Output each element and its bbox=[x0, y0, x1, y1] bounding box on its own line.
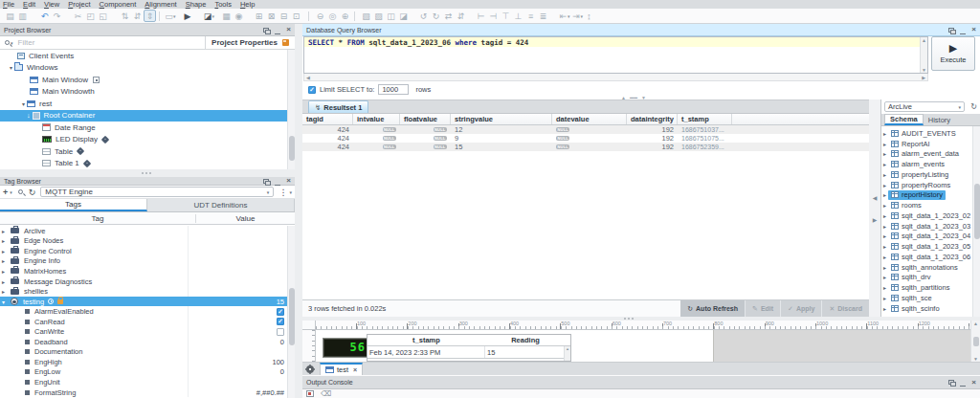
led-display-component[interactable]: 56 bbox=[323, 338, 370, 358]
db-table-row-reporthistory[interactable]: ▸reportHistory bbox=[881, 190, 972, 201]
menu-help[interactable]: Help bbox=[240, 0, 255, 9]
minimize-icon[interactable] bbox=[275, 29, 280, 34]
limit-select-checkbox[interactable]: ✓ bbox=[308, 86, 316, 94]
limit-rows-input[interactable]: 1000 bbox=[378, 84, 409, 95]
project-tree-row-main-window[interactable]: Main Window bbox=[0, 74, 287, 86]
project-tree-row-table[interactable]: Table bbox=[0, 145, 287, 158]
save-icon[interactable]: ▤ bbox=[4, 10, 16, 22]
project-tree-row-date-range[interactable]: Date Range bbox=[0, 122, 287, 134]
menu-shape[interactable]: Shape bbox=[186, 0, 207, 9]
project-filter-input[interactable]: Filter bbox=[18, 38, 35, 47]
tag-tree-row-deadband[interactable]: Deadband0 bbox=[0, 337, 287, 347]
column-header-tagid[interactable]: tagid bbox=[302, 114, 353, 124]
db-table-row-propertylisting[interactable]: ▸propertyListing bbox=[881, 169, 972, 180]
discard-button[interactable]: ✕Discard bbox=[821, 300, 869, 318]
result-row[interactable]: 424NULLNULL12NULL1921686751037... bbox=[302, 125, 869, 134]
menu-view[interactable]: View bbox=[44, 0, 59, 9]
menu-file[interactable]: File bbox=[3, 0, 14, 9]
value-checkbox[interactable]: ✓ bbox=[277, 318, 284, 325]
tab-test-window[interactable]: test × bbox=[320, 363, 363, 376]
menu-project[interactable]: Project bbox=[68, 0, 90, 9]
align-top-icon[interactable]: ⊤ bbox=[500, 10, 512, 22]
tag-tree-row-shellies[interactable]: ▸shellies bbox=[0, 286, 287, 297]
resize-icon[interactable]: ⇕ bbox=[144, 10, 156, 22]
value-column[interactable]: Value bbox=[196, 214, 295, 223]
db-table-row-propertyrooms[interactable]: ▸propertyRooms bbox=[881, 180, 972, 190]
db-tree-scrollbar[interactable] bbox=[972, 126, 980, 317]
db-table-row-sqlt-data-1-2023-06[interactable]: ▸sqlt_data_1_2023_06 bbox=[881, 252, 972, 262]
bring-forward-icon[interactable]: ◫ bbox=[385, 10, 397, 22]
expand-arrow-icon[interactable]: ▸ bbox=[881, 150, 888, 157]
db-table-row-sqlth-annotations[interactable]: ▸sqlth_annotations bbox=[881, 262, 972, 273]
close-icon[interactable]: × bbox=[971, 379, 976, 387]
expand-arrow-icon[interactable]: ▸ bbox=[881, 232, 888, 239]
left-center-splitter[interactable] bbox=[295, 24, 302, 398]
difference-icon[interactable]: ⊡ bbox=[290, 10, 302, 22]
refresh-icon[interactable]: ↻ bbox=[970, 102, 977, 111]
project-tree-row-client-events[interactable]: Client Events bbox=[0, 50, 287, 62]
gear-icon[interactable] bbox=[306, 365, 314, 373]
menu-alignment[interactable]: Alignment bbox=[145, 0, 176, 9]
result-row[interactable]: 424NULLNULL9NULL1921686751075... bbox=[302, 134, 869, 143]
tag-tree-row-enghigh[interactable]: EngHigh100 bbox=[0, 357, 287, 367]
float-icon[interactable] bbox=[263, 28, 269, 33]
expand-arrow-icon[interactable]: ▸ bbox=[881, 295, 888, 301]
align-bottom-icon[interactable]: ⊥ bbox=[512, 10, 524, 22]
expand-arrow-icon[interactable]: ▾ bbox=[8, 64, 14, 71]
expand-arrow-icon[interactable]: ▸ bbox=[881, 130, 888, 137]
expand-arrow-icon[interactable]: ▸ bbox=[881, 264, 888, 271]
expand-arrow-icon[interactable]: ▸ bbox=[0, 237, 7, 244]
column-header-dataintegrity[interactable]: dataintegrity bbox=[627, 114, 678, 124]
send-back-icon[interactable]: ▨ bbox=[372, 10, 385, 22]
tag-tree-row-arclive[interactable]: ▸Arclive bbox=[0, 226, 287, 236]
float-icon[interactable] bbox=[948, 380, 954, 385]
expand-arrow-icon[interactable]: ▸ bbox=[881, 202, 888, 209]
tag-tree-row-engunit[interactable]: EngUnit bbox=[0, 377, 287, 387]
expand-arrow-icon[interactable]: ▸ bbox=[881, 223, 888, 230]
project-tree-scrollbar[interactable] bbox=[287, 50, 295, 169]
expand-arrow-icon[interactable]: ▸ bbox=[881, 274, 888, 280]
minimize-icon[interactable] bbox=[960, 381, 966, 387]
column-header-intvalue[interactable]: intvalue bbox=[353, 114, 400, 124]
undo-icon[interactable]: ↶ bbox=[38, 10, 51, 22]
column-header-t-stamp[interactable]: t_stamp bbox=[678, 114, 732, 124]
db-connection-select[interactable]: ArcLive ▾ bbox=[884, 101, 965, 112]
sql-editor-hscrollbar[interactable]: ◀▶ bbox=[303, 74, 928, 81]
db-table-row-sqlt-data-1-2023-05[interactable]: ▸sqlt_data_1_2023_05 bbox=[881, 241, 972, 252]
zoom-in-icon[interactable]: ⊕ bbox=[339, 10, 351, 22]
db-table-row-sqlt-data-1-2023-02[interactable]: ▸sqlt_data_1_2023_02 bbox=[881, 210, 972, 221]
db-table-row-audit-events[interactable]: ▸AUDIT_EVENTS bbox=[881, 128, 972, 139]
align-right-icon[interactable]: ⊣ bbox=[487, 10, 500, 22]
db-table-row-alarm-events[interactable]: ▸alarm_events bbox=[881, 159, 972, 169]
tag-tree-row-englow[interactable]: EngLow0 bbox=[0, 367, 287, 378]
cut-icon[interactable]: ✂ bbox=[72, 10, 84, 22]
close-tab-icon[interactable]: × bbox=[353, 366, 357, 373]
tag-tree-row-canread[interactable]: CanRead✓ bbox=[0, 317, 287, 327]
align-left-icon[interactable]: ⊢ bbox=[475, 10, 487, 22]
tag-tree-scrollbar[interactable] bbox=[287, 226, 295, 398]
expand-arrow-icon[interactable]: ▸ bbox=[0, 268, 7, 275]
copy-icon[interactable]: ◰ bbox=[84, 10, 97, 22]
align-horizontal-icon[interactable]: ⇵ bbox=[131, 10, 144, 22]
menu-edit[interactable]: Edit bbox=[23, 0, 35, 9]
tab-udt-definitions[interactable]: UDT Definitions bbox=[147, 199, 295, 211]
auto-refresh-button[interactable]: ↻Auto Refresh bbox=[680, 300, 745, 318]
edit-button[interactable]: ✎Edit bbox=[745, 300, 780, 318]
value-checkbox[interactable] bbox=[277, 328, 284, 336]
tag-provider-select[interactable]: MQTT Engine ▾ bbox=[40, 187, 274, 197]
send-backward-icon[interactable]: ◪ bbox=[397, 10, 410, 22]
zoom-out-icon[interactable]: ⊖ bbox=[314, 10, 326, 22]
project-tag-splitter[interactable] bbox=[0, 169, 295, 177]
rotate-right-icon[interactable]: ↻ bbox=[430, 10, 442, 22]
project-tree-row-windows[interactable]: ▾Windows bbox=[0, 62, 287, 75]
sql-editor-vscrollbar[interactable]: ▲▼ bbox=[920, 37, 927, 73]
expand-arrow-icon[interactable]: ▸ bbox=[881, 161, 888, 167]
value-checkbox[interactable]: ✓ bbox=[277, 308, 284, 316]
close-icon[interactable]: × bbox=[286, 26, 291, 33]
float-icon[interactable] bbox=[263, 179, 269, 184]
tag-tree-row-engine-control[interactable]: ▸Engine Control bbox=[0, 246, 287, 256]
tag-tree-row-testing[interactable]: ▾testing15 bbox=[0, 297, 287, 307]
expand-arrow-icon[interactable]: ▾ bbox=[0, 298, 7, 305]
expand-arrow-icon[interactable]: ▸ bbox=[0, 228, 7, 234]
db-table-row-sqlth-partitions[interactable]: ▸sqlth_partitions bbox=[881, 282, 972, 293]
